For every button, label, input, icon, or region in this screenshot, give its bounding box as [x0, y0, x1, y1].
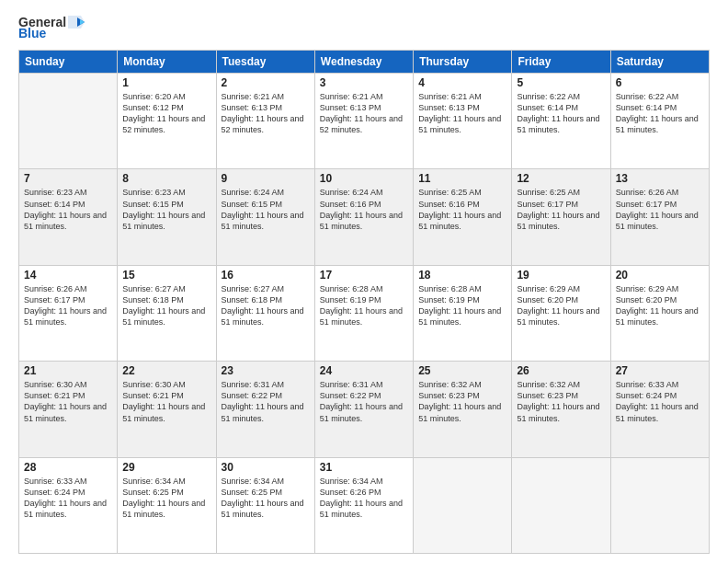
- calendar-cell: 8Sunrise: 6:23 AM Sunset: 6:15 PM Daylig…: [118, 169, 216, 265]
- logo-blue: Blue: [18, 26, 46, 40]
- calendar-cell: 9Sunrise: 6:24 AM Sunset: 6:15 PM Daylig…: [216, 169, 314, 265]
- logo: General Blue: [18, 15, 85, 40]
- day-number: 17: [320, 269, 408, 282]
- day-info: Sunrise: 6:31 AM Sunset: 6:22 PM Dayligh…: [320, 379, 408, 424]
- calendar-cell: 30Sunrise: 6:34 AM Sunset: 6:25 PM Dayli…: [216, 457, 314, 553]
- day-info: Sunrise: 6:22 AM Sunset: 6:14 PM Dayligh…: [517, 91, 605, 136]
- calendar-cell: 15Sunrise: 6:27 AM Sunset: 6:18 PM Dayli…: [118, 265, 216, 361]
- day-info: Sunrise: 6:34 AM Sunset: 6:25 PM Dayligh…: [122, 476, 210, 521]
- calendar-cell: [414, 457, 512, 553]
- calendar-cell: 11Sunrise: 6:25 AM Sunset: 6:16 PM Dayli…: [414, 169, 512, 265]
- week-row-1: 1Sunrise: 6:20 AM Sunset: 6:12 PM Daylig…: [19, 74, 710, 169]
- day-info: Sunrise: 6:29 AM Sunset: 6:20 PM Dayligh…: [517, 283, 605, 328]
- day-info: Sunrise: 6:27 AM Sunset: 6:18 PM Dayligh…: [122, 283, 210, 328]
- day-info: Sunrise: 6:24 AM Sunset: 6:16 PM Dayligh…: [320, 187, 408, 232]
- day-number: 3: [320, 76, 408, 89]
- day-number: 24: [320, 364, 408, 377]
- calendar-cell: 24Sunrise: 6:31 AM Sunset: 6:22 PM Dayli…: [314, 362, 413, 457]
- weekday-header-tuesday: Tuesday: [216, 51, 314, 74]
- calendar-cell: 1Sunrise: 6:20 AM Sunset: 6:12 PM Daylig…: [118, 74, 216, 169]
- day-info: Sunrise: 6:24 AM Sunset: 6:15 PM Dayligh…: [222, 187, 310, 232]
- day-number: 19: [517, 269, 605, 282]
- week-row-2: 7Sunrise: 6:23 AM Sunset: 6:14 PM Daylig…: [19, 169, 710, 265]
- weekday-header-monday: Monday: [118, 51, 216, 74]
- calendar-cell: 20Sunrise: 6:29 AM Sunset: 6:20 PM Dayli…: [610, 265, 709, 361]
- day-info: Sunrise: 6:32 AM Sunset: 6:23 PM Dayligh…: [418, 379, 506, 424]
- calendar-cell: 23Sunrise: 6:31 AM Sunset: 6:22 PM Dayli…: [216, 362, 314, 457]
- day-info: Sunrise: 6:30 AM Sunset: 6:21 PM Dayligh…: [122, 379, 210, 424]
- day-number: 11: [418, 172, 506, 185]
- calendar-cell: [610, 457, 709, 553]
- day-info: Sunrise: 6:34 AM Sunset: 6:26 PM Dayligh…: [320, 476, 408, 521]
- calendar-cell: 19Sunrise: 6:29 AM Sunset: 6:20 PM Dayli…: [512, 265, 610, 361]
- calendar-cell: 14Sunrise: 6:26 AM Sunset: 6:17 PM Dayli…: [19, 265, 118, 361]
- day-number: 18: [418, 269, 506, 282]
- day-number: 10: [320, 172, 408, 185]
- day-number: 14: [24, 269, 112, 282]
- day-number: 29: [122, 461, 210, 474]
- page-header: General Blue: [18, 15, 710, 40]
- day-info: Sunrise: 6:27 AM Sunset: 6:18 PM Dayligh…: [222, 283, 310, 328]
- day-info: Sunrise: 6:21 AM Sunset: 6:13 PM Dayligh…: [222, 91, 310, 136]
- day-info: Sunrise: 6:34 AM Sunset: 6:25 PM Dayligh…: [222, 476, 310, 521]
- calendar-cell: 31Sunrise: 6:34 AM Sunset: 6:26 PM Dayli…: [314, 457, 413, 553]
- calendar-cell: 18Sunrise: 6:28 AM Sunset: 6:19 PM Dayli…: [414, 265, 512, 361]
- day-info: Sunrise: 6:21 AM Sunset: 6:13 PM Dayligh…: [320, 91, 408, 136]
- calendar-cell: 25Sunrise: 6:32 AM Sunset: 6:23 PM Dayli…: [414, 362, 512, 457]
- weekday-header-sunday: Sunday: [19, 51, 118, 74]
- calendar-cell: 29Sunrise: 6:34 AM Sunset: 6:25 PM Dayli…: [118, 457, 216, 553]
- day-info: Sunrise: 6:21 AM Sunset: 6:13 PM Dayligh…: [418, 91, 506, 136]
- day-number: 1: [122, 76, 210, 89]
- calendar-cell: 6Sunrise: 6:22 AM Sunset: 6:14 PM Daylig…: [610, 74, 709, 169]
- calendar-page: General Blue SundayMondayTuesdayWednesda…: [0, 0, 728, 563]
- day-number: 7: [24, 172, 112, 185]
- logo-arrow-icon: [68, 16, 85, 29]
- week-row-3: 14Sunrise: 6:26 AM Sunset: 6:17 PM Dayli…: [19, 265, 710, 361]
- day-number: 20: [616, 269, 704, 282]
- calendar-cell: 2Sunrise: 6:21 AM Sunset: 6:13 PM Daylig…: [216, 74, 314, 169]
- calendar-cell: 16Sunrise: 6:27 AM Sunset: 6:18 PM Dayli…: [216, 265, 314, 361]
- calendar-cell: [19, 74, 118, 169]
- day-info: Sunrise: 6:33 AM Sunset: 6:24 PM Dayligh…: [24, 476, 112, 521]
- weekday-header-wednesday: Wednesday: [314, 51, 413, 74]
- day-number: 4: [418, 76, 506, 89]
- calendar-cell: 26Sunrise: 6:32 AM Sunset: 6:23 PM Dayli…: [512, 362, 610, 457]
- day-number: 30: [222, 461, 310, 474]
- day-number: 22: [122, 364, 210, 377]
- day-info: Sunrise: 6:33 AM Sunset: 6:24 PM Dayligh…: [616, 379, 704, 424]
- day-info: Sunrise: 6:28 AM Sunset: 6:19 PM Dayligh…: [320, 283, 408, 328]
- day-number: 12: [517, 172, 605, 185]
- day-info: Sunrise: 6:20 AM Sunset: 6:12 PM Dayligh…: [122, 91, 210, 136]
- day-number: 15: [122, 269, 210, 282]
- calendar-cell: 22Sunrise: 6:30 AM Sunset: 6:21 PM Dayli…: [118, 362, 216, 457]
- day-info: Sunrise: 6:31 AM Sunset: 6:22 PM Dayligh…: [222, 379, 310, 424]
- day-number: 13: [616, 172, 704, 185]
- week-row-5: 28Sunrise: 6:33 AM Sunset: 6:24 PM Dayli…: [19, 457, 710, 553]
- calendar-cell: 17Sunrise: 6:28 AM Sunset: 6:19 PM Dayli…: [314, 265, 413, 361]
- day-info: Sunrise: 6:28 AM Sunset: 6:19 PM Dayligh…: [418, 283, 506, 328]
- day-number: 5: [517, 76, 605, 89]
- weekday-header-friday: Friday: [512, 51, 610, 74]
- day-number: 25: [418, 364, 506, 377]
- day-info: Sunrise: 6:23 AM Sunset: 6:14 PM Dayligh…: [24, 187, 112, 232]
- day-number: 31: [320, 461, 408, 474]
- calendar-cell: 12Sunrise: 6:25 AM Sunset: 6:17 PM Dayli…: [512, 169, 610, 265]
- calendar-cell: [512, 457, 610, 553]
- day-number: 28: [24, 461, 112, 474]
- day-number: 23: [222, 364, 310, 377]
- day-info: Sunrise: 6:25 AM Sunset: 6:16 PM Dayligh…: [418, 187, 506, 232]
- day-number: 16: [222, 269, 310, 282]
- calendar-cell: 7Sunrise: 6:23 AM Sunset: 6:14 PM Daylig…: [19, 169, 118, 265]
- calendar-cell: 4Sunrise: 6:21 AM Sunset: 6:13 PM Daylig…: [414, 74, 512, 169]
- weekday-header-thursday: Thursday: [414, 51, 512, 74]
- day-info: Sunrise: 6:26 AM Sunset: 6:17 PM Dayligh…: [24, 283, 112, 328]
- calendar-cell: 28Sunrise: 6:33 AM Sunset: 6:24 PM Dayli…: [19, 457, 118, 553]
- calendar-cell: 13Sunrise: 6:26 AM Sunset: 6:17 PM Dayli…: [610, 169, 709, 265]
- day-number: 27: [616, 364, 704, 377]
- day-info: Sunrise: 6:32 AM Sunset: 6:23 PM Dayligh…: [517, 379, 605, 424]
- day-number: 2: [222, 76, 310, 89]
- weekday-header-row: SundayMondayTuesdayWednesdayThursdayFrid…: [19, 51, 710, 74]
- calendar-cell: 27Sunrise: 6:33 AM Sunset: 6:24 PM Dayli…: [610, 362, 709, 457]
- day-info: Sunrise: 6:25 AM Sunset: 6:17 PM Dayligh…: [517, 187, 605, 232]
- day-number: 21: [24, 364, 112, 377]
